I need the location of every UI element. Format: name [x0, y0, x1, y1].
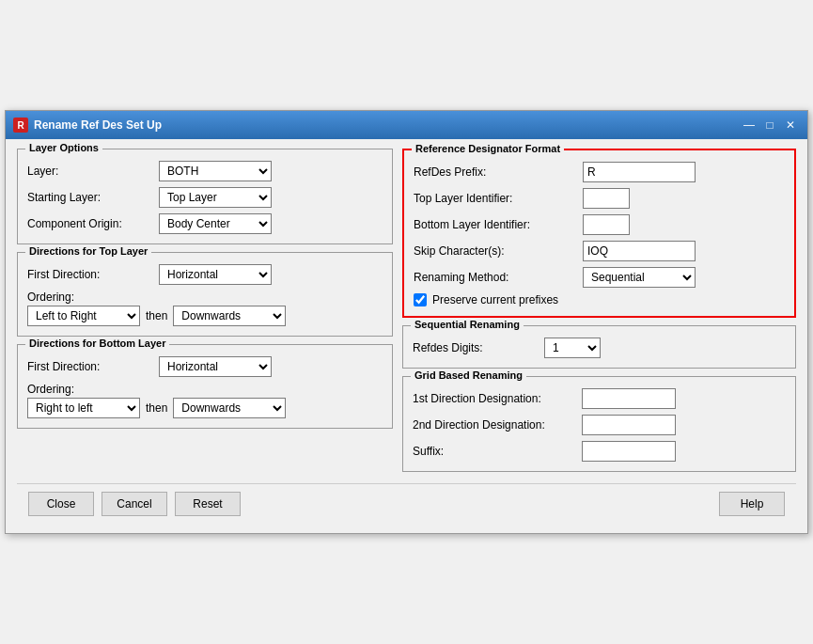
bottom-layer-id-row: Bottom Layer Identifier:	[414, 214, 785, 235]
second-dir-designation-input[interactable]	[582, 415, 676, 435]
second-dir-designation-row: 2nd Direction Designation:	[413, 415, 786, 435]
bottom-first-direction-select[interactable]: Horizontal Vertical	[159, 356, 272, 377]
reset-button[interactable]: Reset	[175, 492, 241, 516]
window-title: Rename Ref Des Set Up	[34, 118, 162, 132]
refdes-format-group: Reference Designator Format RefDes Prefi…	[402, 149, 796, 318]
layer-select[interactable]: BOTH Top Bottom	[159, 161, 272, 181]
starting-layer-label: Starting Layer:	[27, 191, 159, 204]
refdes-prefix-row: RefDes Prefix:	[414, 162, 785, 182]
top-layer-id-row: Top Layer Identifier:	[414, 188, 785, 209]
top-first-direction-label: First Direction:	[27, 268, 159, 281]
bottom-bar: Close Cancel Reset Help	[17, 483, 796, 524]
skip-chars-label: Skip Character(s):	[414, 244, 583, 258]
suffix-input[interactable]	[582, 441, 676, 462]
bottom-first-direction-row: First Direction: Horizontal Vertical	[27, 356, 383, 377]
title-controls: — □ ✕	[740, 116, 800, 134]
bottom-then-select[interactable]: Downwards Upwards Left to Right Right to…	[173, 398, 286, 418]
directions-top-title: Directions for Top Layer	[25, 245, 151, 257]
preserve-checkbox[interactable]	[414, 293, 427, 306]
first-dir-designation-input[interactable]	[582, 388, 676, 409]
bottom-layer-id-input[interactable]	[583, 214, 630, 235]
renaming-method-row: Renaming Method: Sequential Grid Based	[414, 267, 785, 288]
top-first-direction-row: First Direction: Horizontal Vertical	[27, 264, 383, 285]
app-icon: R	[13, 118, 28, 133]
directions-top-group: Directions for Top Layer First Direction…	[17, 252, 393, 337]
bottom-buttons-left: Close Cancel Reset	[28, 492, 241, 516]
title-bar-left: R Rename Ref Des Set Up	[13, 118, 162, 133]
preserve-row: Preserve current prefixes	[414, 293, 785, 306]
minimize-button[interactable]: —	[740, 116, 758, 134]
top-then-select[interactable]: Downwards Upwards Left to Right Right to…	[173, 306, 286, 326]
renaming-method-select[interactable]: Sequential Grid Based	[583, 267, 696, 288]
first-dir-designation-label: 1st Direction Designation:	[413, 392, 582, 405]
refdes-prefix-label: RefDes Prefix:	[414, 165, 583, 179]
layer-options-group: Layer Options Layer: BOTH Top Bottom Sta…	[17, 149, 393, 244]
sequential-renaming-group: Sequential Renaming Refdes Digits: 1 2 3…	[402, 325, 796, 369]
left-panel: Layer Options Layer: BOTH Top Bottom Sta…	[17, 149, 393, 472]
top-first-direction-select[interactable]: Horizontal Vertical	[159, 264, 272, 285]
help-button[interactable]: Help	[719, 492, 785, 516]
top-ordering-select[interactable]: Left to Right Right to left Downwards Up…	[27, 306, 140, 326]
directions-bottom-title: Directions for Bottom Layer	[25, 338, 169, 349]
right-panel: Reference Designator Format RefDes Prefi…	[402, 149, 796, 472]
first-dir-designation-row: 1st Direction Designation:	[413, 388, 786, 409]
refdes-format-title: Reference Designator Format	[412, 143, 564, 154]
bottom-ordering-row: Left to Right Right to left Downwards Up…	[27, 398, 383, 418]
renaming-method-label: Renaming Method:	[414, 271, 583, 284]
bottom-layer-id-label: Bottom Layer Identifier:	[414, 218, 583, 231]
sequential-renaming-title: Sequential Renaming	[411, 319, 524, 330]
refdes-digits-select[interactable]: 1 2 3 4	[544, 338, 601, 358]
top-ordering-label-row: Ordering:	[27, 291, 383, 304]
main-area: Layer Options Layer: BOTH Top Bottom Sta…	[17, 149, 796, 472]
refdes-prefix-input[interactable]	[583, 162, 696, 182]
bottom-first-direction-label: First Direction:	[27, 360, 159, 373]
bottom-then-label: then	[146, 401, 167, 415]
component-origin-row: Component Origin: Layer Top Body Center …	[27, 213, 383, 234]
top-layer-id-input[interactable]	[583, 188, 630, 209]
bottom-ordering-label: Ordering:	[27, 383, 74, 396]
dialog-content: Layer Options Layer: BOTH Top Bottom Sta…	[6, 139, 807, 533]
bottom-ordering-label-row: Ordering:	[27, 383, 383, 396]
starting-layer-select[interactable]: Top Layer Bottom Layer	[159, 187, 272, 208]
suffix-row: Suffix:	[413, 441, 786, 462]
skip-chars-input[interactable]	[583, 241, 696, 261]
top-layer-id-label: Top Layer Identifier:	[414, 192, 583, 205]
top-ordering-label: Ordering:	[27, 291, 74, 304]
main-window: R Rename Ref Des Set Up — □ ✕ Layer Opti…	[5, 110, 808, 534]
bottom-ordering-select[interactable]: Left to Right Right to left Downwards Up…	[27, 398, 140, 418]
cancel-button[interactable]: Cancel	[102, 492, 167, 516]
title-bar: R Rename Ref Des Set Up — □ ✕	[6, 111, 807, 139]
close-dialog-button[interactable]: Close	[28, 492, 94, 516]
refdes-digits-label: Refdes Digits:	[413, 341, 544, 354]
component-origin-select[interactable]: Layer Top Body Center Pin 1	[159, 213, 272, 234]
suffix-label: Suffix:	[413, 445, 582, 458]
top-then-label: then	[146, 309, 167, 322]
layer-label: Layer:	[27, 165, 159, 178]
second-dir-designation-label: 2nd Direction Designation:	[413, 418, 582, 432]
layer-options-title: Layer Options	[25, 142, 102, 153]
skip-chars-row: Skip Character(s):	[414, 241, 785, 261]
directions-bottom-group: Directions for Bottom Layer First Direct…	[17, 344, 393, 429]
grid-renaming-title: Grid Based Renaming	[411, 369, 526, 381]
starting-layer-row: Starting Layer: Top Layer Bottom Layer	[27, 187, 383, 208]
refdes-digits-row: Refdes Digits: 1 2 3 4	[413, 338, 786, 358]
grid-renaming-group: Grid Based Renaming 1st Direction Design…	[402, 376, 796, 472]
preserve-label: Preserve current prefixes	[432, 293, 558, 306]
layer-row: Layer: BOTH Top Bottom	[27, 161, 383, 181]
top-ordering-row: Left to Right Right to left Downwards Up…	[27, 306, 383, 326]
component-origin-label: Component Origin:	[27, 217, 159, 230]
maximize-button[interactable]: □	[760, 116, 779, 134]
close-button[interactable]: ✕	[781, 116, 800, 134]
